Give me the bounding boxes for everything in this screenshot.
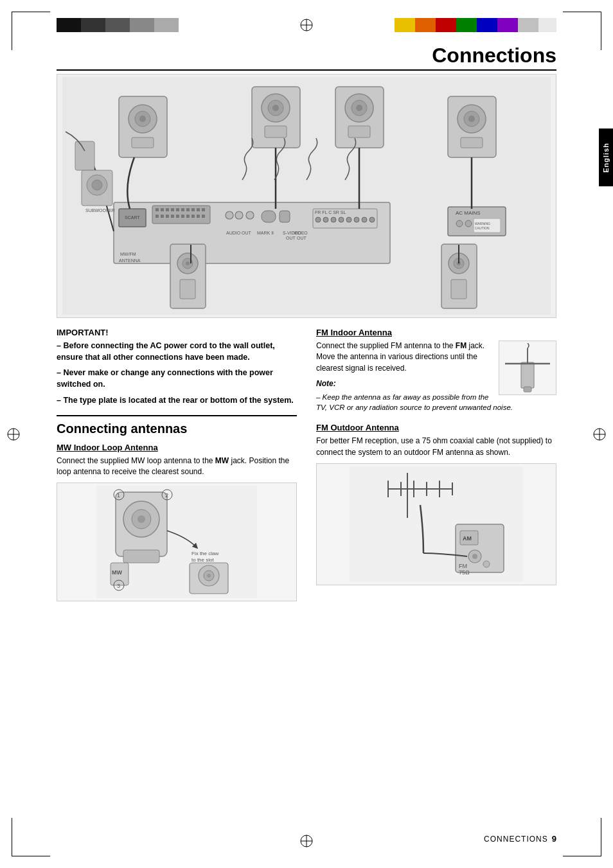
svg-rect-122 <box>521 362 534 388</box>
svg-point-46 <box>331 217 336 222</box>
svg-rect-125 <box>524 387 531 392</box>
svg-point-148 <box>483 561 490 567</box>
svg-text:SUBWOOFER: SUBWOOFER <box>85 208 115 213</box>
svg-text:ANTENNA: ANTENNA <box>119 258 141 263</box>
svg-rect-16 <box>161 208 164 211</box>
reg-mark-right <box>592 427 607 441</box>
svg-point-44 <box>315 217 321 222</box>
reg-mark-left <box>6 427 21 441</box>
svg-point-74 <box>356 105 362 111</box>
svg-point-49 <box>354 217 359 222</box>
svg-point-51 <box>369 217 375 222</box>
svg-rect-107 <box>123 550 159 563</box>
important-label: IMPORTANT! <box>57 328 297 337</box>
mw-antenna-diagram: MW 1 2 3 <box>57 483 297 601</box>
language-tab: English <box>599 128 613 186</box>
svg-point-64 <box>139 116 146 122</box>
svg-rect-17 <box>166 208 169 211</box>
svg-text:AM: AM <box>463 535 472 542</box>
corner-border-top-right <box>563 12 601 50</box>
svg-rect-85 <box>180 279 195 299</box>
svg-point-69 <box>272 105 279 111</box>
svg-rect-18 <box>171 208 174 211</box>
svg-text:2: 2 <box>165 492 168 499</box>
fm-outdoor-section: FM Outdoor Antenna For better FM recepti… <box>316 423 556 585</box>
svg-rect-34 <box>202 215 205 218</box>
svg-rect-25 <box>155 215 159 218</box>
svg-point-121 <box>207 574 211 578</box>
svg-text:FR FL C SR SL: FR FL C SR SL <box>315 210 346 215</box>
mw-subsection-title: MW Indoor Loop Antenna <box>57 443 297 452</box>
svg-point-45 <box>323 217 328 222</box>
svg-rect-30 <box>181 215 184 218</box>
svg-point-55 <box>465 220 472 227</box>
svg-rect-39 <box>280 211 290 222</box>
svg-text:Fix the claw: Fix the claw <box>191 551 218 556</box>
svg-point-36 <box>235 211 243 219</box>
corner-border-top-left <box>12 12 50 50</box>
fm-indoor-section: FM Indoor Antenna <box>316 328 556 412</box>
svg-rect-31 <box>186 215 190 218</box>
svg-text:MW/FM: MW/FM <box>120 252 136 256</box>
svg-point-79 <box>468 116 475 122</box>
note-text: – Keep the antenna as far away as possib… <box>316 392 556 412</box>
svg-text:to the slot: to the slot <box>191 557 214 563</box>
mw-antenna-section: MW Indoor Loop Antenna Connect the suppl… <box>57 443 297 602</box>
svg-rect-28 <box>171 215 174 218</box>
fm-outdoor-diagram: AM FM 75Ω <box>316 463 556 585</box>
svg-text:75Ω: 75Ω <box>459 569 470 576</box>
title-rule <box>57 69 556 71</box>
svg-rect-21 <box>186 208 190 211</box>
svg-rect-26 <box>161 215 164 218</box>
svg-text:OUT: OUT <box>286 236 296 240</box>
svg-text:WARNING: WARNING <box>475 222 490 226</box>
svg-rect-32 <box>191 215 195 218</box>
svg-rect-80 <box>461 137 483 148</box>
svg-rect-91 <box>75 141 94 170</box>
fm-indoor-svg <box>502 343 553 393</box>
svg-text:AC MAINS: AC MAINS <box>456 210 481 216</box>
content-area: IMPORTANT! – Before connecting the AC po… <box>57 328 556 829</box>
svg-text:1: 1 <box>117 492 120 499</box>
svg-text:VIDEO: VIDEO <box>294 231 308 235</box>
svg-point-106 <box>138 515 145 523</box>
svg-rect-29 <box>176 215 179 218</box>
mw-diagram-svg: MW 1 2 3 <box>96 486 257 598</box>
svg-rect-90 <box>451 279 466 299</box>
mw-body-text: Connect the supplied MW loop antenna to … <box>57 456 297 478</box>
svg-rect-19 <box>176 208 179 211</box>
important-text-1: – Before connecting the AC power cord to… <box>57 340 297 363</box>
svg-rect-20 <box>181 208 184 211</box>
svg-rect-15 <box>155 208 159 211</box>
svg-point-54 <box>456 220 463 227</box>
fm-indoor-title: FM Indoor Antenna <box>316 328 556 337</box>
important-text-2: – Never make or change any connections w… <box>57 367 297 390</box>
corner-border-bottom-left <box>12 818 50 856</box>
svg-point-50 <box>362 217 367 222</box>
reg-mark-top <box>299 18 314 32</box>
fm-outdoor-svg: AM FM 75Ω <box>350 466 523 582</box>
left-column: IMPORTANT! – Before connecting the AC po… <box>57 328 297 601</box>
fm-indoor-diagram <box>499 341 556 395</box>
svg-rect-24 <box>202 208 205 211</box>
main-diagram: SCART FR FL C SR SL AC MAINS WARNING CAU… <box>57 74 556 318</box>
corner-border-bottom-right <box>563 818 601 856</box>
connection-diagram-svg: SCART FR FL C SR SL AC MAINS WARNING CAU… <box>62 77 551 315</box>
page-footer: Connections 9 <box>57 834 556 844</box>
svg-point-37 <box>246 211 254 219</box>
svg-point-35 <box>226 211 233 219</box>
svg-rect-75 <box>348 126 370 137</box>
svg-point-48 <box>346 217 351 222</box>
connecting-antennas-title: Connecting antennas <box>57 421 297 436</box>
fm-outdoor-body-text: For better FM reception, use a 75 ohm co… <box>316 436 556 458</box>
svg-rect-22 <box>191 208 195 211</box>
svg-text:CAUTION: CAUTION <box>475 226 490 230</box>
svg-text:MARK II: MARK II <box>257 231 274 235</box>
footer-label: Connections <box>484 835 548 844</box>
svg-rect-27 <box>166 215 169 218</box>
two-column-layout: IMPORTANT! – Before connecting the AC po… <box>57 328 556 601</box>
top-left-color-bar <box>57 18 179 32</box>
page-title: Connections <box>432 44 556 67</box>
svg-text:3: 3 <box>117 583 120 589</box>
svg-point-145 <box>472 554 477 559</box>
